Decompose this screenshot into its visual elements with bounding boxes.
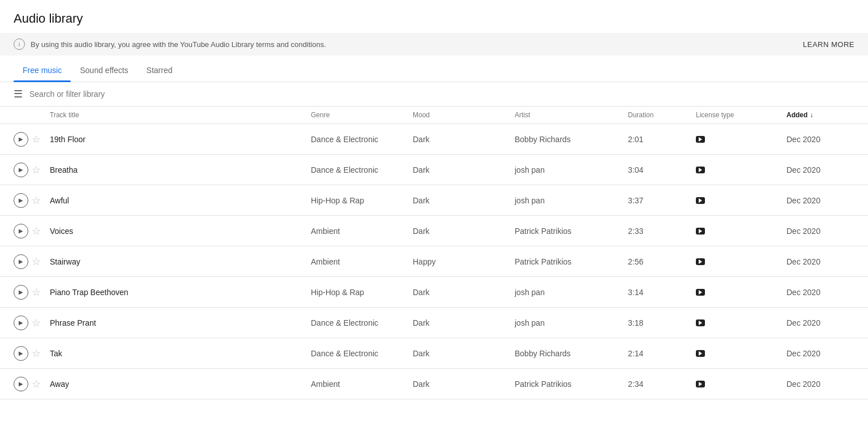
track-license-8 — [696, 350, 786, 357]
track-artist-9: Patrick Patrikios — [515, 380, 628, 389]
track-license-5 — [696, 258, 786, 265]
track-title-2: Breatha — [50, 165, 311, 174]
track-artist-4: Patrick Patrikios — [515, 227, 628, 236]
youtube-badge — [696, 197, 705, 204]
track-list: ▶ ☆ 19th Floor Dance & Electronic Dark B… — [0, 124, 868, 399]
play-triangle-icon — [699, 137, 702, 142]
star-button-9[interactable]: ☆ — [32, 378, 50, 390]
table-row[interactable]: ▶ ☆ Breatha Dance & Electronic Dark josh… — [0, 155, 868, 185]
track-mood-9: Dark — [413, 380, 515, 389]
track-added-5: Dec 2020 — [786, 257, 854, 266]
table-row[interactable]: ▶ ☆ Away Ambient Dark Patrick Patrikios … — [0, 369, 868, 399]
star-button-1[interactable]: ☆ — [32, 133, 50, 146]
col-header-license: License type — [696, 111, 786, 119]
star-button-5[interactable]: ☆ — [32, 255, 50, 268]
track-mood-3: Dark — [413, 196, 515, 205]
track-license-4 — [696, 228, 786, 235]
table-row[interactable]: ▶ ☆ 19th Floor Dance & Electronic Dark B… — [0, 124, 868, 155]
star-button-7[interactable]: ☆ — [32, 317, 50, 329]
youtube-badge — [696, 289, 705, 296]
track-mood-6: Dark — [413, 288, 515, 297]
track-duration-7: 3:18 — [628, 318, 696, 327]
tab-free-music[interactable]: Free music — [14, 58, 71, 82]
play-button-2[interactable]: ▶ — [14, 163, 32, 177]
play-triangle-icon — [699, 259, 702, 264]
star-button-6[interactable]: ☆ — [32, 286, 50, 299]
track-genre-4: Ambient — [311, 227, 413, 236]
star-button-2[interactable]: ☆ — [32, 164, 50, 176]
play-triangle-icon — [699, 198, 702, 203]
table-row[interactable]: ▶ ☆ Stairway Ambient Happy Patrick Patri… — [0, 246, 868, 277]
track-artist-5: Patrick Patrikios — [515, 257, 628, 266]
track-duration-8: 2:14 — [628, 349, 696, 358]
track-genre-5: Ambient — [311, 257, 413, 266]
track-added-4: Dec 2020 — [786, 227, 854, 236]
table-row[interactable]: ▶ ☆ Awful Hip-Hop & Rap Dark josh pan 3:… — [0, 185, 868, 216]
youtube-badge — [696, 319, 705, 326]
track-duration-2: 3:04 — [628, 165, 696, 174]
play-triangle-icon — [699, 321, 702, 325]
track-license-7 — [696, 319, 786, 326]
col-header-duration: Duration — [628, 111, 696, 119]
youtube-badge — [696, 381, 705, 387]
table-row[interactable]: ▶ ☆ Piano Trap Beethoven Hip-Hop & Rap D… — [0, 277, 868, 308]
table-header: Track title Genre Mood Artist Duration L… — [0, 106, 868, 124]
page-title: Audio library — [0, 0, 868, 33]
filter-icon[interactable]: ☰ — [14, 88, 23, 100]
sort-arrow-icon: ↓ — [810, 111, 813, 119]
notice-bar: i By using this audio library, you agree… — [0, 33, 868, 56]
track-added-3: Dec 2020 — [786, 196, 854, 205]
tab-sound-effects[interactable]: Sound effects — [71, 58, 137, 82]
play-button-1[interactable]: ▶ — [14, 132, 32, 147]
youtube-badge — [696, 228, 705, 235]
track-duration-1: 2:01 — [628, 135, 696, 144]
track-mood-2: Dark — [413, 165, 515, 174]
track-added-6: Dec 2020 — [786, 288, 854, 297]
track-artist-8: Bobby Richards — [515, 349, 628, 358]
track-license-6 — [696, 289, 786, 296]
play-button-5[interactable]: ▶ — [14, 254, 32, 269]
col-header-title: Track title — [50, 111, 311, 119]
track-genre-6: Hip-Hop & Rap — [311, 288, 413, 297]
star-button-4[interactable]: ☆ — [32, 225, 50, 237]
track-license-1 — [696, 136, 786, 143]
track-artist-6: josh pan — [515, 288, 628, 297]
track-added-2: Dec 2020 — [786, 165, 854, 174]
table-row[interactable]: ▶ ☆ Phrase Prant Dance & Electronic Dark… — [0, 308, 868, 338]
track-title-8: Tak — [50, 349, 311, 358]
track-title-4: Voices — [50, 227, 311, 236]
track-title-3: Awful — [50, 196, 311, 205]
star-button-8[interactable]: ☆ — [32, 347, 50, 360]
youtube-badge — [696, 167, 705, 173]
track-duration-6: 3:14 — [628, 288, 696, 297]
play-triangle-icon — [699, 351, 702, 356]
tab-starred[interactable]: Starred — [138, 58, 182, 82]
track-mood-4: Dark — [413, 227, 515, 236]
play-triangle-icon — [699, 382, 702, 386]
play-button-4[interactable]: ▶ — [14, 224, 32, 238]
track-artist-2: josh pan — [515, 165, 628, 174]
track-duration-4: 2:33 — [628, 227, 696, 236]
star-button-3[interactable]: ☆ — [32, 194, 50, 207]
play-button-7[interactable]: ▶ — [14, 316, 32, 330]
col-header-added[interactable]: Added↓ — [786, 111, 854, 119]
notice-text: By using this audio library, you agree w… — [31, 40, 797, 49]
table-row[interactable]: ▶ ☆ Voices Ambient Dark Patrick Patrikio… — [0, 216, 868, 246]
search-input[interactable] — [29, 89, 854, 99]
play-button-3[interactable]: ▶ — [14, 193, 32, 208]
track-license-2 — [696, 167, 786, 173]
track-added-1: Dec 2020 — [786, 135, 854, 144]
track-title-1: 19th Floor — [50, 135, 311, 144]
play-triangle-icon — [699, 229, 702, 233]
youtube-badge — [696, 136, 705, 143]
track-genre-9: Ambient — [311, 380, 413, 389]
track-genre-1: Dance & Electronic — [311, 135, 413, 144]
play-button-8[interactable]: ▶ — [14, 346, 32, 361]
play-button-6[interactable]: ▶ — [14, 285, 32, 300]
play-button-9[interactable]: ▶ — [14, 377, 32, 391]
track-added-7: Dec 2020 — [786, 318, 854, 327]
track-artist-3: josh pan — [515, 196, 628, 205]
table-row[interactable]: ▶ ☆ Tak Dance & Electronic Dark Bobby Ri… — [0, 338, 868, 369]
learn-more-link[interactable]: LEARN MORE — [803, 40, 854, 49]
tabs-container: Free music Sound effects Starred — [0, 58, 868, 82]
